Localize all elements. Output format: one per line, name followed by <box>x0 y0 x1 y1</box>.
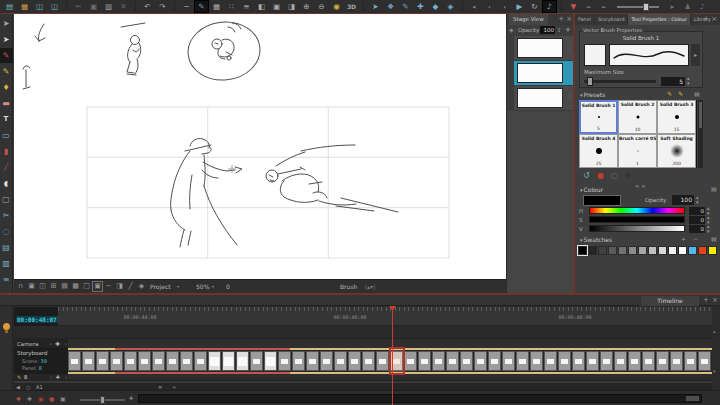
storyboard-frame-thumbnail[interactable] <box>320 351 333 371</box>
panels-tool-icon[interactable]: ▤ <box>0 240 13 255</box>
pencil-tool-icon[interactable]: ✎ <box>0 64 13 79</box>
timeline-ruler[interactable]: 00:00:44:0000:00:46:0000:00:48:00 <box>58 307 712 326</box>
s-value[interactable]: 0 <box>689 216 705 224</box>
colour-opacity-stepper-icon[interactable]: ▴▾ <box>696 195 699 205</box>
tab-panel[interactable]: Panel <box>575 14 595 25</box>
storyboard-frame-thumbnail[interactable] <box>264 351 277 371</box>
transform-tool-icon[interactable]: ➤ <box>0 32 13 47</box>
guide-icon[interactable]: ♟ <box>681 1 694 12</box>
next-frame-icon[interactable]: › <box>498 1 511 12</box>
minus-icon[interactable]: − <box>104 282 113 291</box>
current-colour-swatch[interactable] <box>583 195 621 206</box>
close-panel-tab-icon[interactable]: × <box>711 15 717 23</box>
storyboard-frame-thumbnail[interactable] <box>166 351 179 371</box>
v-slider[interactable] <box>589 225 685 232</box>
colour-swatch[interactable] <box>608 246 617 255</box>
flatten-icon[interactable]: ─ <box>180 1 193 12</box>
storyboard-frame-thumbnail[interactable] <box>278 351 291 371</box>
add-transition-icon[interactable]: ✚ <box>16 395 21 402</box>
knob-left-icon[interactable]: − <box>582 1 595 12</box>
add-marker-icon[interactable]: ✚ <box>27 395 32 402</box>
edit-panel-icon[interactable]: ✎ <box>399 1 412 12</box>
new-icon[interactable]: ▤ <box>3 1 16 12</box>
layer-prev-icon[interactable]: ‹ <box>50 374 52 380</box>
magnet-icon[interactable]: ∩ <box>625 171 631 180</box>
layout-b-icon[interactable]: ◫ <box>38 282 47 291</box>
hand-tool-icon[interactable]: ◖ <box>0 176 13 191</box>
text-tool-icon[interactable]: T <box>0 112 13 127</box>
storyboard-frame-thumbnail[interactable] <box>614 351 627 371</box>
camera-track-header[interactable]: Camera ‹ ✚ › <box>14 339 68 349</box>
close-view-icon[interactable]: × <box>566 15 572 24</box>
h-slider[interactable] <box>589 207 685 214</box>
colour-swatch[interactable] <box>598 246 607 255</box>
grid-icon[interactable]: ▦ <box>210 1 223 12</box>
open-icon[interactable]: ▦ <box>18 1 31 12</box>
maximum-size-value[interactable]: 5 <box>661 77 685 86</box>
scroll-down-icon[interactable]: ▾ <box>713 368 716 374</box>
storyboard-frame-thumbnail[interactable] <box>488 351 501 371</box>
frame-select-tool-icon[interactable]: ▢ <box>0 192 13 207</box>
play-small-icon[interactable]: ▸ <box>666 1 679 12</box>
storyboard-frame-thumbnail[interactable] <box>306 351 319 371</box>
storyboard-frame-thumbnail[interactable] <box>446 351 459 371</box>
opacity-value[interactable]: 100 <box>540 26 555 34</box>
camera-selector[interactable]: Project <box>150 283 171 290</box>
select-panel-icon[interactable]: ➤ <box>369 1 382 12</box>
storyboard-frame-thumbnail[interactable] <box>698 351 711 371</box>
brush-tool-icon[interactable]: ✎ <box>0 48 13 63</box>
layout-c-icon[interactable]: ⊞ <box>49 282 58 291</box>
mirror-icon[interactable]: ◈ <box>137 282 146 291</box>
storyboard-frame-thumbnail[interactable] <box>250 351 263 371</box>
prev-frame-icon[interactable]: ‹ <box>483 1 496 12</box>
camera-next-icon[interactable]: › <box>65 340 67 347</box>
colour-swatch[interactable] <box>578 246 587 255</box>
colour-swatch[interactable] <box>628 246 637 255</box>
zoom-out-icon[interactable]: ⊖ <box>315 1 328 12</box>
storyboard-frame-thumbnail[interactable] <box>180 351 193 371</box>
current-timecode[interactable]: 00:00:48:07 <box>16 316 58 323</box>
collapse-arrow-icon[interactable]: ▾ <box>580 237 583 243</box>
line-tool-icon[interactable]: ╱ <box>0 160 13 175</box>
thumbnails-view-icon[interactable]: ≡ <box>240 1 253 12</box>
save-icon[interactable]: ◫ <box>33 1 46 12</box>
rotate-brush-icon[interactable]: ↺ <box>583 171 590 180</box>
layer-item[interactable]: ⋮ <box>507 86 574 111</box>
undo-icon[interactable]: ↶ <box>141 1 154 12</box>
storyboard-frame-thumbnail[interactable] <box>348 351 361 371</box>
storyboard-frame-thumbnail[interactable] <box>334 351 347 371</box>
paint-colour-icon[interactable]: ● <box>597 171 604 180</box>
colour-swatch[interactable] <box>678 246 687 255</box>
layer-drag-handle-icon[interactable]: ⋮ <box>566 92 573 100</box>
collapse-arrow-icon[interactable]: ▾ <box>580 92 583 98</box>
add-layer-icon[interactable]: ✚ <box>414 1 427 12</box>
zoom-caret-icon[interactable]: ▾ <box>212 284 214 289</box>
colour-opacity-value[interactable]: 100 <box>672 195 694 205</box>
brush-preset-item[interactable]: Solid Brush 210 <box>618 100 657 134</box>
volume-slider-handle[interactable] <box>643 3 649 11</box>
layer-track-header[interactable]: ✎ B ‹ ✚ › <box>14 374 68 381</box>
layer-track-content[interactable] <box>68 374 712 381</box>
storyboard-frame-thumbnail[interactable] <box>194 351 207 371</box>
delete-icon[interactable]: ✕ <box>117 1 130 12</box>
storyboard-frame-thumbnail[interactable] <box>502 351 515 371</box>
shape-tool-icon[interactable]: ◆ <box>429 1 442 12</box>
layout-d-icon[interactable]: ▤ <box>60 282 69 291</box>
cut-icon[interactable]: ✂ <box>72 1 85 12</box>
view-3d-icon[interactable]: 3D <box>345 1 358 12</box>
storyboard-frame-thumbnail[interactable] <box>376 351 389 371</box>
brush-preset-item[interactable]: Solid Brush 15 <box>579 100 618 134</box>
storyboard-frame-thumbnail[interactable] <box>292 351 305 371</box>
light-bulb-icon[interactable] <box>3 323 10 330</box>
layer-drag-handle-icon[interactable]: ⋮ <box>566 67 573 75</box>
storyboard-frame-thumbnail[interactable] <box>432 351 445 371</box>
layout-e-icon[interactable]: ▦ <box>71 282 80 291</box>
draw-mode-icon[interactable]: ✎ <box>195 1 208 12</box>
timeline-zoom-handle[interactable] <box>100 396 105 404</box>
section-splitter-handle[interactable]: ≡≡ <box>635 183 647 189</box>
timeline-zoom-slider[interactable] <box>80 399 125 401</box>
storyboard-frame-thumbnail[interactable] <box>572 351 585 371</box>
add-timeline-tab-icon[interactable]: + <box>703 296 709 304</box>
grey-marker-icon[interactable]: ▣ <box>60 395 66 402</box>
layer-item[interactable]: ⋮ <box>507 61 574 86</box>
